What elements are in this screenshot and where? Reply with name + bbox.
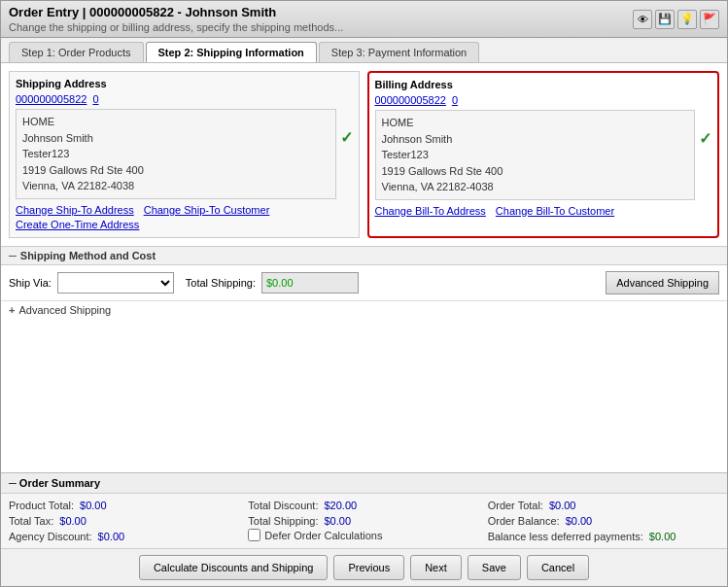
ship-addr-line5: Vienna, VA 22182-4038 [22,178,329,194]
change-bill-to-customer-link[interactable]: Change Bill-To Customer [496,205,614,217]
shipping-method-row: Ship Via: Total Shipping: Advanced Shipp… [1,265,727,300]
balance-less-row: Balance less deferred payments: $0.00 [488,529,719,544]
order-total-label: Order Total: [488,500,543,511]
agency-discount-value: $0.00 [98,531,125,542]
total-shipping-input[interactable] [261,272,359,294]
advanced-shipping-collapsed: + Advanced Shipping [1,300,727,319]
order-summary-collapse-icon[interactable]: ─ [9,477,17,489]
ship-via-label: Ship Via: [9,277,52,289]
product-total-row: Product Total: $0.00 [9,498,240,513]
create-one-time-address-link[interactable]: Create One-Time Address [16,219,139,230]
total-shipping-summary-row: Total Shipping: $0.00 [248,513,479,529]
addresses-row: Shipping Address 000000005822 0 HOME Joh… [1,63,727,246]
bill-addr-line5: Vienna, VA 22182-4038 [382,179,689,195]
footer-buttons: Calculate Discounts and Shipping Previou… [1,548,727,586]
shipping-checkmark: ✓ [340,128,353,147]
defer-label: Defer Order Calculations [264,530,382,541]
agency-discount-label: Agency Discount: [9,531,92,542]
defer-checkbox[interactable] [248,529,260,541]
total-discount-value: $20.00 [324,500,357,511]
shipping-method-collapse-icon[interactable]: ─ [9,250,17,261]
next-button[interactable]: Next [410,555,462,580]
billing-zero-link[interactable]: 0 [452,94,458,106]
tab-payment-info[interactable]: Step 3: Payment Information [319,42,479,62]
total-shipping-summary-value: $0.00 [325,515,352,527]
summary-col3: Order Total: $0.00 Order Balance: $0.00 … [488,498,719,544]
order-balance-row: Order Balance: $0.00 [488,513,719,529]
save-icon-btn[interactable]: 💾 [655,10,675,29]
shipping-zero-link[interactable]: 0 [92,93,98,105]
advanced-shipping-button[interactable]: Advanced Shipping [606,271,719,294]
eye-icon: 👁 [638,14,648,25]
shipping-address-title: Shipping Address [16,78,353,89]
save-button[interactable]: Save [468,555,521,580]
change-ship-to-address-link[interactable]: Change Ship-To Address [16,204,134,216]
shipping-address-link-row: 000000005822 0 [16,93,353,105]
balance-less-value: $0.00 [649,531,676,542]
previous-button[interactable]: Previous [333,555,404,580]
order-balance-value: $0.00 [566,515,593,527]
expand-icon[interactable]: + [9,304,15,316]
summary-grid: Product Total: $0.00 Total Tax: $0.00 Ag… [1,494,727,548]
content-spacer [1,319,727,473]
total-discount-row: Total Discount: $20.00 [248,498,479,513]
tab-order-products[interactable]: Step 1: Order Products [9,42,144,62]
tabs-bar: Step 1: Order Products Step 2: Shipping … [1,38,727,63]
calculate-discounts-shipping-button[interactable]: Calculate Discounts and Shipping [139,555,329,580]
product-total-value: $0.00 [80,500,107,511]
content-area: Shipping Address 000000005822 0 HOME Joh… [1,63,727,586]
bill-addr-line4: 1919 Gallows Rd Ste 400 [382,163,689,180]
billing-address-panel: Billing Address 000000005822 0 HOME John… [367,71,720,238]
bulb-icon: 💡 [680,13,694,25]
order-summary-title: ─ Order Summary [1,473,727,494]
change-ship-to-customer-link[interactable]: Change Ship-To Customer [144,204,270,216]
bulb-icon-btn[interactable]: 💡 [677,10,697,29]
total-tax-label: Total Tax: [9,515,53,527]
billing-checkmark: ✓ [699,129,711,148]
total-discount-label: Total Discount: [248,500,318,511]
product-total-label: Product Total: [9,500,74,511]
total-shipping-group: Total Shipping: [186,272,594,294]
change-bill-to-address-link[interactable]: Change Bill-To Address [375,205,486,217]
order-total-row: Order Total: $0.00 [488,498,719,513]
ship-addr-line1: HOME [22,114,329,130]
save-icon: 💾 [658,13,672,25]
ship-addr-line4: 1919 Gallows Rd Ste 400 [22,162,329,179]
shipping-address-box-wrapper: HOME Johnson Smith Tester123 1919 Gallow… [16,109,353,199]
advanced-shipping-label: Advanced Shipping [18,304,111,316]
bill-addr-line2: Johnson Smith [382,131,689,148]
shipping-method-section-title: ─ Shipping Method and Cost [1,246,727,265]
eye-icon-btn[interactable]: 👁 [633,10,652,29]
total-shipping-summary-label: Total Shipping: [248,515,318,527]
flag-icon-btn[interactable]: 🚩 [700,10,719,29]
ship-via-group: Ship Via: [9,272,174,294]
order-balance-label: Order Balance: [488,515,560,527]
shipping-method-label: Shipping Method and Cost [20,250,156,261]
billing-address-box: HOME Johnson Smith Tester123 1919 Gallow… [375,110,696,200]
order-summary-section: ─ Order Summary Product Total: $0.00 Tot… [1,472,727,548]
shipping-address-box: HOME Johnson Smith Tester123 1919 Gallow… [16,109,336,199]
ship-via-select[interactable] [57,272,174,294]
order-total-value: $0.00 [549,500,576,511]
shipping-order-link[interactable]: 000000005822 [16,93,87,105]
title-icons: 👁 💾 💡 🚩 [633,10,719,29]
main-window: Order Entry | 000000005822 - Johnson Smi… [0,0,728,587]
tab-shipping-info[interactable]: Step 2: Shipping Information [146,42,317,62]
agency-discount-row: Agency Discount: $0.00 [9,529,240,544]
title-left: Order Entry | 000000005822 - Johnson Smi… [9,5,343,33]
window-subtitle: Change the shipping or billing address, … [9,21,343,33]
billing-address-link-row: 000000005822 0 [375,94,712,106]
ship-addr-line3: Tester123 [22,146,329,162]
billing-order-link[interactable]: 000000005822 [375,94,446,106]
total-tax-row: Total Tax: $0.00 [9,513,240,529]
defer-row: Defer Order Calculations [248,529,479,541]
shipping-address-actions: Change Ship-To Address Change Ship-To Cu… [16,204,353,216]
cancel-button[interactable]: Cancel [527,555,589,580]
flag-icon: 🚩 [703,13,716,25]
title-bar: Order Entry | 000000005822 - Johnson Smi… [1,1,727,38]
bill-addr-line3: Tester123 [382,147,689,163]
billing-address-box-wrapper: HOME Johnson Smith Tester123 1919 Gallow… [375,110,712,200]
summary-col1: Product Total: $0.00 Total Tax: $0.00 Ag… [9,498,240,544]
ship-addr-line2: Johnson Smith [22,130,329,147]
balance-less-label: Balance less deferred payments: [488,531,643,542]
